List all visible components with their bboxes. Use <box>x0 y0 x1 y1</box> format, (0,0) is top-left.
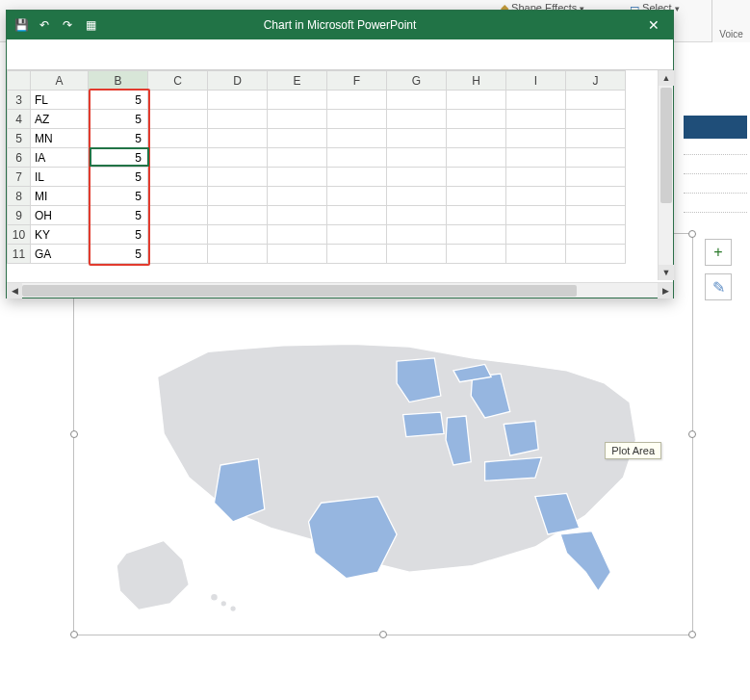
scroll-right-arrow[interactable]: ▶ <box>658 283 673 298</box>
cell[interactable] <box>327 148 387 168</box>
cell[interactable] <box>327 110 387 129</box>
horizontal-scrollbar[interactable]: ◀ ▶ <box>7 282 673 298</box>
table-row[interactable]: 7IL5 <box>8 168 626 187</box>
cell[interactable]: 5 <box>89 129 148 148</box>
cell[interactable]: 5 <box>89 91 148 110</box>
cell[interactable] <box>447 245 506 264</box>
cell[interactable] <box>447 129 506 148</box>
row-header[interactable]: 6 <box>8 148 31 168</box>
cell[interactable] <box>387 110 447 129</box>
cell[interactable] <box>327 206 387 225</box>
cell[interactable] <box>387 206 447 225</box>
cell[interactable] <box>506 245 566 264</box>
cell[interactable] <box>506 110 566 129</box>
cell[interactable] <box>506 148 566 168</box>
resize-handle[interactable] <box>379 631 387 638</box>
scroll-thumb[interactable] <box>22 285 577 297</box>
cell[interactable] <box>208 206 268 225</box>
data-grid[interactable]: A B C D E F G H I J 3FL54AZ55MN56IA57IL5… <box>7 70 626 264</box>
cell[interactable] <box>208 245 268 264</box>
cell[interactable]: 5 <box>89 245 148 264</box>
cell[interactable] <box>387 91 447 110</box>
cell[interactable] <box>148 206 208 225</box>
cell[interactable] <box>387 225 447 245</box>
cell[interactable] <box>148 91 208 110</box>
cell[interactable] <box>506 225 566 245</box>
table-row[interactable]: 9OH5 <box>8 206 626 225</box>
resize-handle[interactable] <box>688 230 696 238</box>
table-row[interactable]: 4AZ5 <box>8 110 626 129</box>
cell[interactable] <box>447 168 506 187</box>
cell[interactable] <box>387 245 447 264</box>
cell[interactable] <box>506 206 566 225</box>
col-header[interactable]: H <box>447 71 506 91</box>
corner-cell[interactable] <box>8 71 31 91</box>
undo-icon[interactable]: ↶ <box>38 18 51 32</box>
cell[interactable] <box>566 225 626 245</box>
row-header[interactable]: 11 <box>8 245 31 264</box>
cell[interactable]: GA <box>31 245 89 264</box>
cell[interactable] <box>506 168 566 187</box>
cell[interactable] <box>268 206 327 225</box>
redo-icon[interactable]: ↷ <box>61 18 74 32</box>
col-header[interactable]: A <box>31 71 89 91</box>
cell[interactable] <box>327 245 387 264</box>
cell[interactable]: IL <box>31 168 89 187</box>
cell[interactable] <box>208 110 268 129</box>
cell[interactable]: IA <box>31 148 89 168</box>
resize-handle[interactable] <box>688 631 696 638</box>
cell[interactable] <box>447 110 506 129</box>
cell[interactable] <box>566 91 626 110</box>
cell[interactable]: 5 <box>89 206 148 225</box>
col-header[interactable]: C <box>148 71 208 91</box>
vertical-scrollbar[interactable]: ▲ ▼ <box>658 70 673 280</box>
table-row[interactable]: 10KY5 <box>8 225 626 245</box>
cell[interactable] <box>506 91 566 110</box>
cell[interactable] <box>268 91 327 110</box>
cell[interactable]: AZ <box>31 110 89 129</box>
col-header[interactable]: E <box>268 71 327 91</box>
cell[interactable]: MN <box>31 129 89 148</box>
save-icon[interactable]: 💾 <box>14 18 28 32</box>
cell[interactable] <box>566 129 626 148</box>
row-header[interactable]: 3 <box>8 91 31 110</box>
table-row[interactable]: 5MN5 <box>8 129 626 148</box>
cell[interactable] <box>447 187 506 206</box>
grid-icon[interactable]: ▦ <box>84 18 97 32</box>
row-header[interactable]: 4 <box>8 110 31 129</box>
col-header[interactable]: B <box>89 71 148 91</box>
cell[interactable]: 5 <box>89 148 148 168</box>
cell[interactable] <box>327 187 387 206</box>
row-header[interactable]: 10 <box>8 225 31 245</box>
scroll-thumb[interactable] <box>660 88 672 203</box>
cell[interactable] <box>327 129 387 148</box>
col-header[interactable]: D <box>208 71 268 91</box>
cell[interactable] <box>208 168 268 187</box>
cell[interactable] <box>208 187 268 206</box>
cell[interactable] <box>566 110 626 129</box>
cell[interactable] <box>327 91 387 110</box>
cell[interactable] <box>208 91 268 110</box>
cell[interactable] <box>387 129 447 148</box>
table-row[interactable]: 11GA5 <box>8 245 626 264</box>
cell[interactable] <box>387 148 447 168</box>
cell[interactable]: OH <box>31 206 89 225</box>
cell[interactable]: MI <box>31 187 89 206</box>
cell[interactable]: FL <box>31 91 89 110</box>
cell[interactable]: KY <box>31 225 89 245</box>
cell[interactable] <box>148 225 208 245</box>
cell[interactable] <box>327 168 387 187</box>
scroll-up-arrow[interactable]: ▲ <box>659 70 674 86</box>
col-header[interactable]: F <box>327 71 387 91</box>
cell[interactable] <box>506 187 566 206</box>
cell[interactable] <box>268 148 327 168</box>
scroll-left-arrow[interactable]: ◀ <box>7 283 22 298</box>
cell[interactable] <box>268 129 327 148</box>
cell[interactable] <box>566 187 626 206</box>
cell[interactable] <box>268 110 327 129</box>
cell[interactable] <box>208 129 268 148</box>
cell[interactable]: 5 <box>89 187 148 206</box>
col-header[interactable]: J <box>566 71 626 91</box>
close-button[interactable]: ✕ <box>634 11 673 39</box>
chart-styles-button[interactable]: ✎ <box>705 273 732 300</box>
